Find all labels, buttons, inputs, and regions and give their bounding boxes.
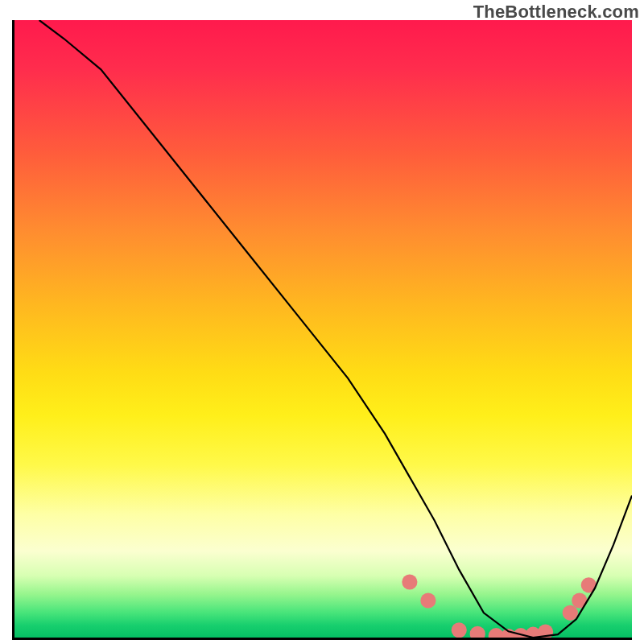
curve-layer bbox=[14, 20, 632, 638]
highlight-dot bbox=[563, 605, 578, 621]
highlight-dot bbox=[470, 626, 485, 638]
chart-stage: TheBottleneck.com bbox=[0, 0, 644, 644]
highlight-dot bbox=[420, 592, 436, 608]
highlight-dots-group bbox=[402, 574, 597, 638]
bottleneck-curve bbox=[39, 20, 632, 638]
highlight-dot bbox=[452, 622, 467, 638]
plot-area bbox=[12, 20, 632, 640]
highlight-dot bbox=[402, 574, 417, 589]
